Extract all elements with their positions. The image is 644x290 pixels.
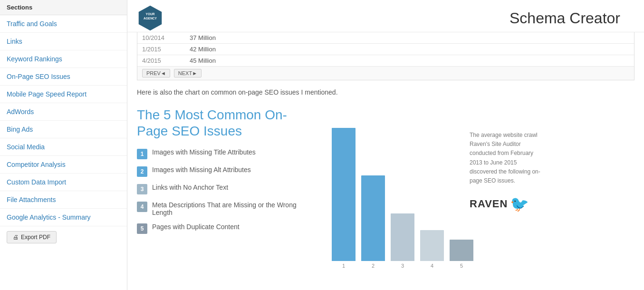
export-btn-wrapper: 🖨 Export PDF bbox=[0, 226, 127, 248]
issue-item-2: 2 Images with Missing Alt Attributes bbox=[137, 166, 317, 177]
sidebar-item-file-attachments[interactable]: File Attachments bbox=[0, 191, 127, 209]
bar-4: 4 bbox=[420, 228, 444, 269]
chart-container: The 5 Most Common On-Page SEO Issues 1 I… bbox=[137, 107, 634, 269]
bar-label-bottom-1: 1 bbox=[342, 263, 345, 269]
raven-bird-icon: 🐦 bbox=[510, 195, 529, 213]
issue-item-3: 3 Links with No Anchor Text bbox=[137, 184, 317, 194]
header: YOUR AGENCY Schema Creator bbox=[127, 0, 644, 32]
bar-chart: 1 2 3 4 5 bbox=[327, 107, 460, 269]
svg-text:YOUR: YOUR bbox=[146, 12, 155, 16]
sidebar-item-traffic-goals[interactable]: Traffic and Goals bbox=[0, 15, 127, 33]
data-table: 10/201437 Million1/201542 Million4/20154… bbox=[137, 32, 634, 80]
bar-label-bottom-2: 2 bbox=[372, 263, 375, 269]
sidebar-item-bing-ads[interactable]: Bing Ads bbox=[0, 121, 127, 138]
bar-label-bottom-3: 3 bbox=[401, 263, 404, 269]
sections-header: Sections bbox=[0, 0, 127, 15]
next-button[interactable]: NEXT► bbox=[174, 69, 202, 77]
bar-body-1 bbox=[332, 128, 356, 261]
bar-body-2 bbox=[361, 175, 385, 261]
bar-body-4 bbox=[420, 230, 444, 261]
table-row: 4/201545 Million bbox=[137, 55, 634, 67]
issue-num-2: 2 bbox=[137, 166, 147, 177]
agency-logo: YOUR AGENCY bbox=[137, 5, 163, 31]
prev-button[interactable]: PREV◄ bbox=[142, 69, 170, 77]
raven-logo: RAVEN 🐦 bbox=[470, 195, 546, 213]
issue-text-2: Images with Missing Alt Attributes bbox=[152, 166, 251, 174]
sidebar-item-mobile-page-speed[interactable]: Mobile Page Speed Report bbox=[0, 86, 127, 103]
chart-description: The average website crawl Raven's Site A… bbox=[470, 112, 546, 185]
sidebar-item-links[interactable]: Links bbox=[0, 33, 127, 50]
chart-left: The 5 Most Common On-Page SEO Issues 1 I… bbox=[137, 107, 317, 241]
bar-1: 1 bbox=[332, 126, 356, 269]
issue-text-4: Meta Descriptions That are Missing or th… bbox=[152, 201, 317, 216]
bar-3: 3 bbox=[391, 212, 414, 269]
table-nav: PREV◄ NEXT► bbox=[137, 67, 634, 80]
issue-text-1: Images with Missing Title Attributes bbox=[152, 148, 256, 156]
issue-text-3: Links with No Anchor Text bbox=[152, 184, 228, 191]
table-rows: 10/201437 Million1/201542 Million4/20154… bbox=[137, 32, 634, 67]
bar-2: 2 bbox=[361, 174, 385, 269]
issue-item-5: 5 Pages with Duplicate Content bbox=[137, 223, 317, 234]
sidebar-items: Traffic and GoalsLinksKeyword RankingsOn… bbox=[0, 15, 127, 226]
issue-item-4: 4 Meta Descriptions That are Missing or … bbox=[137, 201, 317, 216]
raven-text: RAVEN bbox=[470, 198, 508, 210]
sidebar-item-keyword-rankings[interactable]: Keyword Rankings bbox=[0, 50, 127, 68]
bar-label-bottom-5: 5 bbox=[460, 263, 463, 269]
intro-text: Here is also the chart on common on-page… bbox=[137, 87, 634, 97]
sidebar-item-adwords[interactable]: AdWords bbox=[0, 103, 127, 121]
sidebar-item-google-analytics-summary[interactable]: Google Analytics - Summary bbox=[0, 209, 127, 226]
issue-num-5: 5 bbox=[137, 223, 147, 234]
bar-body-5 bbox=[450, 240, 473, 261]
issue-num-3: 3 bbox=[137, 184, 147, 194]
bar-5: 5 bbox=[450, 238, 473, 269]
printer-icon: 🖨 bbox=[13, 234, 19, 241]
schema-creator-title: Schema Creator bbox=[509, 5, 634, 32]
main-content: YOUR AGENCY Schema Creator 10/201437 Mil… bbox=[127, 0, 644, 290]
chart-title: The 5 Most Common On-Page SEO Issues bbox=[137, 107, 317, 139]
issue-num-1: 1 bbox=[137, 149, 147, 159]
sidebar-item-on-page-seo-issues[interactable]: On-Page SEO Issues bbox=[0, 68, 127, 86]
sidebar-item-competitor-analysis[interactable]: Competitor Analysis bbox=[0, 156, 127, 174]
content-area: Here is also the chart on common on-page… bbox=[127, 80, 644, 290]
sidebar-item-custom-data-import[interactable]: Custom Data Import bbox=[0, 174, 127, 191]
sidebar-item-social-media[interactable]: Social Media bbox=[0, 138, 127, 156]
issue-list: 1 Images with Missing Title Attributes 2… bbox=[137, 148, 317, 234]
issue-text-5: Pages with Duplicate Content bbox=[152, 223, 240, 231]
svg-text:AGENCY: AGENCY bbox=[144, 17, 157, 20]
issue-num-4: 4 bbox=[137, 202, 147, 212]
table-row: 1/201542 Million bbox=[137, 44, 634, 55]
bar-label-bottom-4: 4 bbox=[431, 263, 433, 269]
table-row: 10/201437 Million bbox=[137, 32, 634, 44]
export-pdf-button[interactable]: 🖨 Export PDF bbox=[7, 231, 57, 243]
issue-item-1: 1 Images with Missing Title Attributes bbox=[137, 148, 317, 159]
sidebar: Sections Traffic and GoalsLinksKeyword R… bbox=[0, 0, 127, 290]
bar-body-3 bbox=[391, 213, 414, 261]
